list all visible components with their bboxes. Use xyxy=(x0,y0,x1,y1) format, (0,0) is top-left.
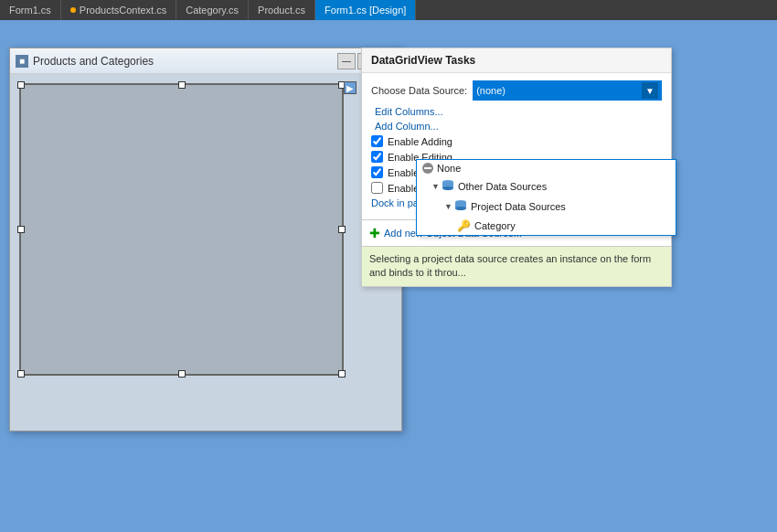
data-source-dropdown[interactable]: (none) ▼ xyxy=(473,80,662,101)
resize-handle-bottomright[interactable] xyxy=(338,370,346,378)
enable-deleting-checkbox[interactable] xyxy=(371,166,383,178)
form-title-bar: ■ Products and Categories — □ ✕ xyxy=(10,48,401,74)
dropdown-item-none-label: None xyxy=(437,163,461,174)
tab-productscontext-label: ProductsContext.cs xyxy=(80,5,166,16)
enable-editing-checkbox[interactable] xyxy=(371,151,383,163)
task-arrow-handle[interactable]: ▶ xyxy=(344,81,357,94)
form-title-text: Products and Categories xyxy=(33,55,337,68)
dropdown-item-project-sources-label: Project Data Sources xyxy=(471,201,566,212)
form-icon-symbol: ■ xyxy=(19,56,25,66)
none-icon xyxy=(422,163,433,174)
resize-handle-topleft[interactable] xyxy=(17,81,25,89)
dropdown-list: None ▼ Other Data Sources ▼ xyxy=(416,159,676,236)
form-window: ■ Products and Categories — □ ✕ xyxy=(9,48,402,431)
expand-arrow-project-icon: ▼ xyxy=(444,202,452,211)
tasks-panel-header: DataGridView Tasks xyxy=(362,48,671,73)
tab-form1cs-label: Form1.cs xyxy=(9,5,51,16)
form-body: ▶ xyxy=(10,74,401,431)
tab-form1cs[interactable]: Form1.cs xyxy=(0,0,61,20)
dropdown-item-other-sources-label: Other Data Sources xyxy=(458,181,547,192)
dropdown-arrow-icon[interactable]: ▼ xyxy=(642,82,658,99)
tab-form1design-label: Form1.cs [Design] xyxy=(325,5,406,16)
design-area: ■ Products and Categories — □ ✕ xyxy=(0,20,777,532)
expand-arrow-icon: ▼ xyxy=(431,182,440,191)
svg-point-5 xyxy=(455,207,466,210)
resize-handle-middleleft[interactable] xyxy=(17,226,25,233)
dropdown-item-other-sources[interactable]: ▼ Other Data Sources xyxy=(417,176,676,197)
db-icon-other xyxy=(442,179,454,194)
data-source-value: (none) xyxy=(476,85,642,96)
enable-adding-label: Enable Adding xyxy=(388,136,452,147)
form-icon: ■ xyxy=(16,55,28,68)
key-icon: 🔑 xyxy=(457,219,471,232)
tab-categorycs-label: Category.cs xyxy=(186,5,239,16)
datagrid-view[interactable]: ▶ xyxy=(19,83,344,376)
edit-columns-link[interactable]: Edit Columns... xyxy=(375,106,658,117)
footer-description: Selecting a project data source creates … xyxy=(362,247,671,286)
dropdown-item-category[interactable]: 🔑 Category xyxy=(417,217,676,235)
tab-form1design[interactable]: Form1.cs [Design] xyxy=(315,0,416,20)
enable-adding-row: Enable Adding xyxy=(371,135,662,147)
resize-handle-bottomleft[interactable] xyxy=(17,370,25,378)
dropdown-item-project-sources[interactable]: ▼ Project Data Sources xyxy=(417,197,676,217)
enable-adding-checkbox[interactable] xyxy=(371,135,383,147)
modified-indicator xyxy=(70,7,76,13)
dropdown-item-category-label: Category xyxy=(474,220,516,231)
add-source-icon: ✚ xyxy=(369,226,380,240)
dropdown-item-none[interactable]: None xyxy=(417,160,676,176)
add-column-link[interactable]: Add Column... xyxy=(375,121,658,132)
db-icon-project xyxy=(454,199,467,214)
data-source-label: Choose Data Source: xyxy=(371,85,467,96)
tab-productcs[interactable]: Product.cs xyxy=(249,0,315,20)
tab-bar: Form1.cs ProductsContext.cs Category.cs … xyxy=(0,0,777,20)
resize-handle-bottomcenter[interactable] xyxy=(178,370,186,378)
tab-categorycs[interactable]: Category.cs xyxy=(176,0,249,20)
data-source-row: Choose Data Source: (none) ▼ xyxy=(371,80,662,101)
tab-productcs-label: Product.cs xyxy=(258,5,305,16)
tab-productscontext[interactable]: ProductsContext.cs xyxy=(61,0,176,20)
resize-handle-topcenter[interactable] xyxy=(178,81,186,89)
minimize-button[interactable]: — xyxy=(337,53,356,69)
task-links: Edit Columns... Add Column... xyxy=(371,106,662,132)
enable-reordering-checkbox[interactable] xyxy=(371,182,383,194)
resize-handle-middleright[interactable] xyxy=(338,226,346,233)
svg-point-2 xyxy=(442,186,453,190)
